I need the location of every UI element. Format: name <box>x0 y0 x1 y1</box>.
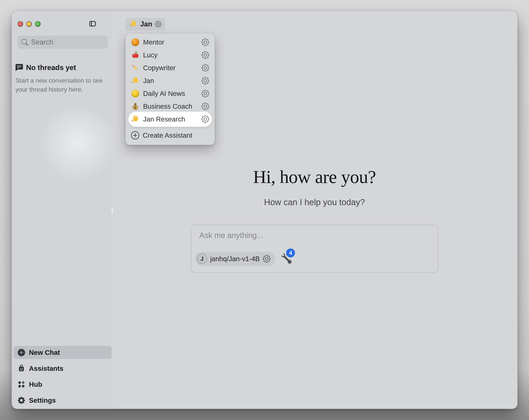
search-field[interactable] <box>17 36 108 49</box>
gear-icon <box>18 397 25 404</box>
menu-item-label: Daily AI News <box>143 90 198 97</box>
waving-hand-icon <box>131 76 140 85</box>
gear-icon[interactable] <box>201 64 209 72</box>
orange-circle-icon <box>131 38 140 46</box>
nav-label: Hub <box>29 380 42 388</box>
menu-item-mentor[interactable]: Mentor <box>128 36 212 49</box>
chat-bubble-icon <box>15 64 23 71</box>
model-avatar: J <box>197 254 207 264</box>
waving-hand-icon <box>131 115 140 123</box>
threads-empty-state: No threads yet Start a new conversation … <box>15 64 107 94</box>
gear-icon[interactable] <box>201 102 209 110</box>
menu-item-label: Mentor <box>143 38 198 46</box>
gear-icon[interactable] <box>201 77 209 85</box>
assistant-selector-label: Jan <box>140 20 152 28</box>
nav-label: Settings <box>29 396 56 404</box>
plus-circle-icon <box>18 349 25 356</box>
chat-composer[interactable]: J janhq/Jan-v1-4B 4 <box>191 225 438 273</box>
app-window: No threads yet Start a new conversation … <box>12 11 517 409</box>
empty-state-description: Start a new conversation to see your thr… <box>15 76 107 94</box>
minimize-button[interactable] <box>26 21 32 27</box>
sidebar-item-new-chat[interactable]: New Chat <box>13 346 112 359</box>
model-name: janhq/Jan-v1-4B <box>210 255 260 263</box>
sidebar-glow-decoration <box>39 108 117 186</box>
menu-item-label: Jan <box>143 77 198 85</box>
menu-item-copywriter[interactable]: Copywriter <box>128 61 212 74</box>
gear-icon[interactable] <box>201 90 209 97</box>
assistant-selector-button[interactable]: Jan <box>125 18 165 30</box>
sidebar-item-assistants[interactable]: Assistants <box>13 362 112 375</box>
gear-icon <box>155 21 161 27</box>
sidebar-nav: New Chat Assistants Hub Settings <box>13 346 112 410</box>
greeting-heading: Hi, how are you? <box>113 166 516 187</box>
nav-label: New Chat <box>29 349 60 356</box>
menu-item-label: Copywriter <box>143 64 198 72</box>
greeting-subtitle: How can I help you today? <box>113 197 516 207</box>
tools-button[interactable]: 4 <box>281 253 292 265</box>
search-input[interactable] <box>31 38 104 46</box>
nav-label: Assistants <box>29 365 63 372</box>
menu-item-daily-ai-news[interactable]: Daily AI News <box>128 87 212 100</box>
sidebar-item-settings[interactable]: Settings <box>13 394 112 407</box>
menu-item-label: Lucy <box>143 51 198 59</box>
assistants-icon <box>18 365 25 372</box>
plus-circle-outline-icon <box>131 131 139 139</box>
apple-icon <box>131 51 140 59</box>
close-button[interactable] <box>17 21 23 27</box>
money-bag-icon <box>131 102 140 111</box>
assistant-menu: Mentor Lucy Copywriter Jan Daily AI News… <box>126 33 215 145</box>
main-titlebar: Jan <box>113 12 516 34</box>
empty-state-title: No threads yet <box>26 64 76 72</box>
message-input[interactable] <box>199 231 430 240</box>
gear-icon[interactable] <box>201 51 209 59</box>
menu-item-label: Jan Research <box>143 115 198 123</box>
gear-icon <box>263 255 271 263</box>
menu-item-jan-research[interactable]: Jan Research <box>128 112 212 127</box>
menu-item-business-coach[interactable]: Business Coach <box>128 100 212 113</box>
search-icon <box>21 39 28 45</box>
zoom-button[interactable] <box>35 21 40 27</box>
tools-count-badge: 4 <box>286 248 295 257</box>
menu-item-label: Business Coach <box>143 102 198 110</box>
gear-icon[interactable] <box>201 115 209 123</box>
menu-item-jan[interactable]: Jan <box>128 74 212 87</box>
welcome-section: Hi, how are you? How can I help you toda… <box>113 166 516 207</box>
menu-item-create-assistant[interactable]: Create Assistant <box>128 128 212 143</box>
waving-hand-icon <box>129 20 137 28</box>
gear-icon[interactable] <box>201 38 209 46</box>
yellow-circle-icon <box>131 89 140 98</box>
hub-grid-icon <box>18 381 25 388</box>
model-selector-button[interactable]: J janhq/Jan-v1-4B <box>195 252 275 266</box>
sidebar-item-hub[interactable]: Hub <box>13 378 112 391</box>
menu-item-label: Create Assistant <box>143 131 209 139</box>
menu-item-lucy[interactable]: Lucy <box>128 49 212 61</box>
composer-toolbar: J janhq/Jan-v1-4B 4 <box>195 252 292 266</box>
sidebar-toggle-button[interactable] <box>89 20 96 27</box>
pencil-icon <box>131 64 140 72</box>
sidebar-toggle-icon <box>89 20 96 27</box>
